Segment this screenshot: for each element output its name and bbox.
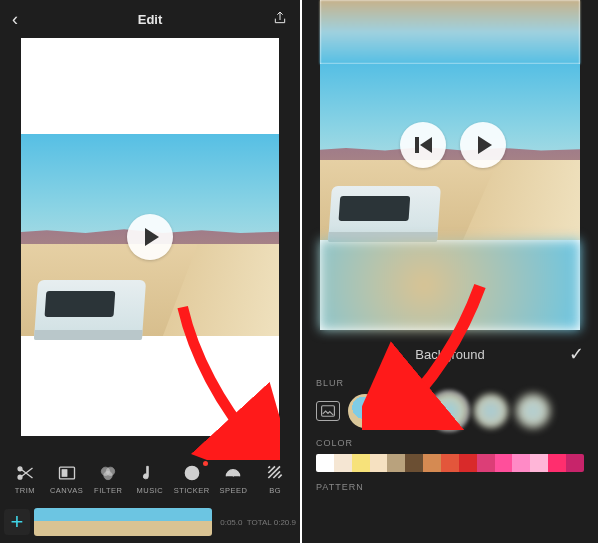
screen-title: Edit — [30, 12, 270, 27]
editor-screen-right: Background ✓ BLUR COLOR PATTERN — [302, 0, 598, 543]
svg-point-9 — [193, 471, 195, 473]
tool-label: BG — [269, 486, 281, 495]
scissors-icon — [15, 463, 35, 483]
share-button[interactable] — [270, 10, 288, 29]
tool-bg[interactable]: BG — [257, 463, 293, 495]
tool-filter[interactable]: FILTER — [90, 463, 126, 495]
add-clip-button[interactable]: + — [4, 509, 30, 535]
blur-options — [316, 394, 584, 428]
color-swatch-5[interactable] — [405, 454, 423, 472]
filter-icon — [98, 463, 118, 483]
tool-label: SPEED — [219, 486, 247, 495]
color-swatch-7[interactable] — [441, 454, 459, 472]
color-swatch-0[interactable] — [316, 454, 334, 472]
tool-label: STICKER — [174, 486, 210, 495]
color-swatch-10[interactable] — [495, 454, 513, 472]
section-label-color: COLOR — [316, 438, 584, 448]
tool-label: CANVAS — [50, 486, 83, 495]
badge-dot — [203, 461, 208, 466]
color-swatch-4[interactable] — [387, 454, 405, 472]
edit-toolbar: TRIM CANVAS FILTER MUSIC STICKER SPEED B… — [0, 455, 300, 501]
tool-label: TRIM — [15, 486, 35, 495]
color-swatch-14[interactable] — [566, 454, 584, 472]
video-canvas[interactable] — [21, 38, 279, 436]
prev-button[interactable] — [400, 122, 446, 168]
blur-option-5[interactable] — [516, 394, 550, 428]
color-swatches[interactable] — [316, 454, 584, 472]
svg-point-8 — [188, 471, 190, 473]
color-swatch-11[interactable] — [512, 454, 530, 472]
tool-label: FILTER — [94, 486, 122, 495]
play-button[interactable] — [127, 214, 173, 260]
background-panel: Background ✓ BLUR COLOR PATTERN — [302, 330, 598, 504]
timeline: + 0:05.0 TOTAL 0:20.9 — [0, 501, 300, 543]
speed-icon — [223, 463, 243, 483]
section-label-blur: BLUR — [316, 378, 584, 388]
color-swatch-12[interactable] — [530, 454, 548, 472]
pick-image-button[interactable] — [316, 401, 340, 421]
panel-header: Background ✓ — [316, 340, 584, 368]
editor-screen-left: ‹ Edit TRIM — [0, 0, 302, 543]
timeline-readout: 0:05.0 TOTAL 0:20.9 — [220, 518, 296, 527]
blur-option-3[interactable] — [432, 394, 466, 428]
skip-back-icon — [415, 137, 432, 153]
color-swatch-13[interactable] — [548, 454, 566, 472]
play-icon — [478, 136, 492, 154]
color-swatch-2[interactable] — [352, 454, 370, 472]
image-icon — [321, 405, 335, 417]
music-icon — [140, 463, 160, 483]
color-swatch-9[interactable] — [477, 454, 495, 472]
play-icon — [145, 228, 159, 246]
blur-option-2[interactable] — [390, 394, 424, 428]
svg-point-6 — [104, 471, 112, 479]
back-button[interactable]: ‹ — [12, 10, 30, 28]
blur-option-4[interactable] — [474, 394, 508, 428]
canvas-icon — [57, 463, 77, 483]
blur-option-1[interactable] — [348, 394, 382, 428]
tool-music[interactable]: MUSIC — [132, 463, 168, 495]
tool-sticker[interactable]: STICKER — [174, 463, 210, 495]
tool-label: MUSIC — [137, 486, 164, 495]
svg-rect-3 — [62, 470, 67, 477]
top-bar: ‹ Edit — [0, 0, 300, 38]
play-button-right[interactable] — [460, 122, 506, 168]
section-label-pattern: PATTERN — [316, 482, 584, 492]
preview-area — [0, 38, 300, 436]
confirm-button[interactable]: ✓ — [569, 343, 584, 365]
tool-canvas[interactable]: CANVAS — [49, 463, 85, 495]
timeline-strip[interactable] — [34, 508, 212, 536]
tool-speed[interactable]: SPEED — [215, 463, 251, 495]
sticker-icon — [182, 463, 202, 483]
tool-trim[interactable]: TRIM — [7, 463, 43, 495]
color-swatch-1[interactable] — [334, 454, 352, 472]
color-swatch-6[interactable] — [423, 454, 441, 472]
svg-point-7 — [185, 466, 198, 479]
video-canvas-right[interactable] — [320, 0, 580, 330]
panel-title: Background — [415, 347, 484, 362]
color-swatch-8[interactable] — [459, 454, 477, 472]
share-icon — [272, 10, 288, 26]
color-swatch-3[interactable] — [370, 454, 388, 472]
preview-area-right — [302, 0, 598, 330]
bg-icon — [265, 463, 285, 483]
